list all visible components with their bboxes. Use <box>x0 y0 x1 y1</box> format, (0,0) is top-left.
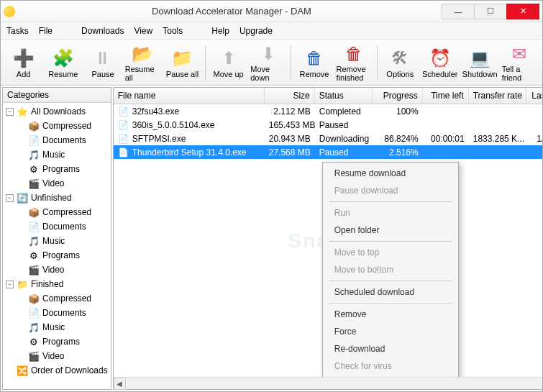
category-icon: 📄 <box>28 135 40 146</box>
tree-node-compressed[interactable]: 📦Compressed <box>3 291 111 306</box>
menu-upgrade[interactable]: Upgrade <box>239 26 273 36</box>
toolbar-pause-button[interactable]: ⏸Pause <box>84 42 121 83</box>
toolbar-options-button[interactable]: 🛠Options <box>382 42 419 83</box>
toolbar-label: Add <box>17 70 31 78</box>
table-row[interactable]: 📄360is_5.0.0.5104.exe165.453 MBPaused <box>114 118 543 132</box>
menubar: TasksFileDownloadsViewToolsHelpUpgrade <box>1 22 542 40</box>
column-header-transfer-rate[interactable]: Transfer rate <box>469 88 526 104</box>
toolbar-scheduler-button[interactable]: ⏰Scheduler <box>421 42 459 83</box>
toolbar-label: Move up <box>214 70 244 78</box>
column-headers: File nameSizeStatusProgressTime leftTran… <box>114 88 543 104</box>
tree-node-order-of-downloads[interactable]: 🔀Order of Downloads <box>3 363 111 378</box>
toolbar-label: Pause all <box>166 70 199 78</box>
cell: 27.568 MB <box>265 147 315 158</box>
table-row[interactable]: 📄32fsu43.exe2.112 MBCompleted100% <box>114 104 543 118</box>
toolbar-label: Options <box>386 70 414 78</box>
tree-toggle-icon[interactable]: − <box>6 281 14 288</box>
menu-downloads[interactable]: Downloads <box>81 26 124 36</box>
toolbar-move-down-button[interactable]: ⬇Move down <box>250 42 286 83</box>
tree-node-video[interactable]: 🎬Video <box>3 263 111 277</box>
toolbar-tell-a-friend-button[interactable]: ✉Tell a friend <box>501 42 538 83</box>
tree-node-finished[interactable]: −📁Finished <box>3 277 111 291</box>
toolbar-label: Resume <box>48 70 78 78</box>
toolbar-separator <box>205 45 206 80</box>
context-resume-download[interactable]: Resume download <box>324 165 457 182</box>
context-re-download[interactable]: Re-download <box>324 340 457 357</box>
file-icon: 📄 <box>118 133 129 145</box>
tree-node-documents[interactable]: 📄Documents <box>3 306 111 320</box>
toolbar-resume-all-button[interactable]: 📂Resume all <box>124 42 161 83</box>
menu-tasks[interactable]: Tasks <box>6 26 29 36</box>
tree-node-video[interactable]: 🎬Video <box>3 176 111 191</box>
maximize-button[interactable]: ☐ <box>474 4 507 19</box>
cell <box>526 152 543 153</box>
file-name: SFTPMSI.exe <box>132 134 186 144</box>
tree-node-unfinished[interactable]: −🔄Unfinished <box>3 191 111 205</box>
table-row[interactable]: 📄SFTPMSI.exe20.943 MBDownloading86.824%0… <box>114 132 543 145</box>
file-name: 32fsu43.exe <box>132 106 179 117</box>
cell: 📄SFTPMSI.exe <box>114 132 265 145</box>
tree-node-programs[interactable]: ⚙Programs <box>3 334 111 349</box>
category-icon: 📄 <box>28 307 40 319</box>
tree-node-video[interactable]: 🎬Video <box>3 349 111 363</box>
menu-help[interactable]: Help <box>211 26 229 36</box>
minimize-button[interactable]: — <box>442 4 475 19</box>
tree-toggle-icon[interactable]: − <box>6 108 14 116</box>
column-header-progress[interactable]: Progress <box>373 88 423 104</box>
tree-label: Video <box>42 178 64 188</box>
tree-node-music[interactable]: 🎵Music <box>3 320 111 334</box>
tree-label: Programs <box>42 164 80 174</box>
toolbar-move-up-button[interactable]: ⬆Move up <box>210 42 247 83</box>
toolbar-shutdown-button[interactable]: 💻Shutdown <box>461 42 498 83</box>
tree-node-compressed[interactable]: 📦Compressed <box>3 119 111 133</box>
tree-node-programs[interactable]: ⚙Programs <box>3 162 111 176</box>
column-header-status[interactable]: Status <box>315 88 373 104</box>
close-button[interactable]: ✕ <box>506 4 539 19</box>
menu-file[interactable]: File <box>39 26 53 36</box>
file-rows: Snapfiles 📄32fsu43.exe2.112 MBCompleted1… <box>114 104 543 377</box>
column-header-last-try[interactable]: Last try <box>526 88 543 104</box>
category-icon: 🎵 <box>28 322 40 333</box>
column-header-time-left[interactable]: Time left <box>423 88 469 104</box>
toolbar-remove-button[interactable]: 🗑Remove <box>296 42 332 83</box>
cell <box>469 111 526 112</box>
menu-tools[interactable]: Tools <box>163 26 183 36</box>
category-icon: 📦 <box>28 120 40 132</box>
toolbar-label: Remove finished <box>337 65 372 82</box>
tree-node-documents[interactable]: 📄Documents <box>3 133 111 147</box>
tree-label: Documents <box>42 135 86 145</box>
context-separator <box>329 303 452 304</box>
context-run: Run <box>324 204 457 222</box>
tree-toggle-icon[interactable]: − <box>6 194 14 202</box>
menu-view[interactable]: View <box>134 26 152 36</box>
context-separator <box>329 281 452 281</box>
tree-label: Video <box>42 351 64 361</box>
tree-node-programs[interactable]: ⚙Programs <box>3 248 111 263</box>
category-icon: 🎬 <box>28 264 40 275</box>
cell: 1833.285 K... <box>469 133 526 145</box>
tree-node-music[interactable]: 🎵Music <box>3 147 111 162</box>
toolbar-add-button[interactable]: ➕Add <box>5 42 42 83</box>
tree-node-all-downloads[interactable]: −⭐All Downloads <box>3 104 111 119</box>
context-pause-download: Pause download <box>324 182 457 199</box>
context-force[interactable]: Force <box>324 323 457 340</box>
toolbar-remove-finished-button[interactable]: 🗑Remove finished <box>336 42 373 83</box>
tree-node-compressed[interactable]: 📦Compressed <box>3 205 111 219</box>
context-open-folder[interactable]: Open folder <box>324 222 457 239</box>
cell: 📄32fsu43.exe <box>114 105 265 118</box>
cell <box>469 152 526 153</box>
column-header-file-name[interactable]: File name <box>114 88 265 104</box>
table-row[interactable]: 📄Thunderbird Setup 31.4.0.exe27.568 MBPa… <box>114 145 543 159</box>
context-remove[interactable]: Remove <box>324 306 457 323</box>
tree-label: Music <box>42 150 65 160</box>
tree-node-documents[interactable]: 📄Documents <box>3 219 111 234</box>
context-scheduled-download[interactable]: Scheduled download <box>324 283 457 301</box>
scroll-left-icon[interactable]: ◀ <box>114 378 126 390</box>
horizontal-scrollbar[interactable]: ◀ ▶ <box>114 377 543 389</box>
toolbar-pause-all-button[interactable]: 📁Pause all <box>164 42 201 83</box>
column-header-size[interactable]: Size <box>265 88 315 104</box>
toolbar-resume-button[interactable]: 🧩Resume <box>45 42 81 83</box>
category-icon: ⚙ <box>28 336 40 347</box>
tree-node-music[interactable]: 🎵Music <box>3 234 111 248</box>
cell <box>423 111 469 112</box>
